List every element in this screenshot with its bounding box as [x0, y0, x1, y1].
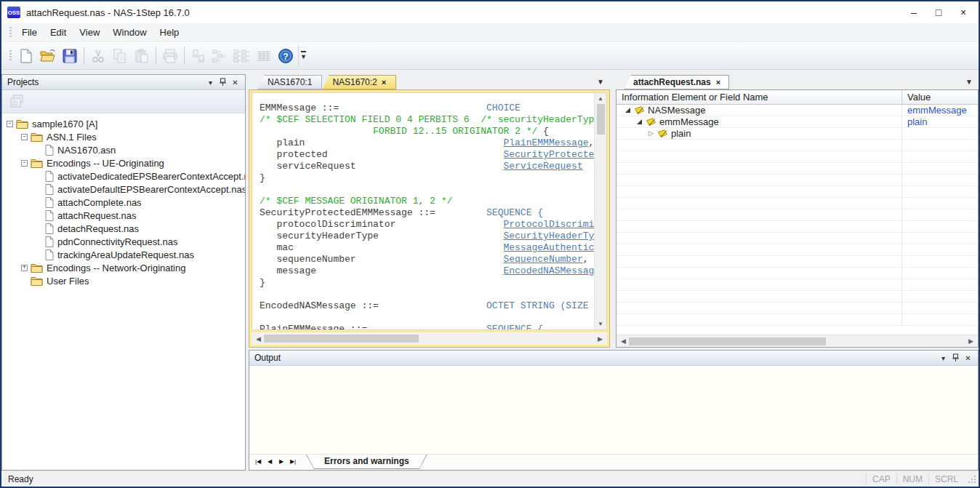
- paste-button[interactable]: [131, 45, 153, 67]
- projects-menu-chevron-icon[interactable]: ▾: [204, 76, 217, 88]
- single-step-button[interactable]: [188, 45, 209, 67]
- scroll-left-icon[interactable]: ◀: [618, 337, 629, 345]
- projects-pin-icon[interactable]: [217, 76, 229, 88]
- resize-grip-icon[interactable]: [967, 474, 977, 484]
- tree-item[interactable]: +Encodings -- Network-Originating: [2, 261, 245, 274]
- tree-item[interactable]: -sample1670 [A]: [2, 117, 245, 130]
- menu-file[interactable]: File: [15, 24, 44, 41]
- tree-item[interactable]: User Files: [2, 274, 245, 287]
- code-area[interactable]: EMMMessage ::= CHOICE/* $CEF SELECTION F…: [252, 93, 594, 329]
- toolbar-separator: [84, 47, 84, 65]
- tree-item[interactable]: attachRequest.nas: [2, 209, 245, 222]
- minimize-button[interactable]: –: [901, 3, 926, 22]
- project-properties-button[interactable]: [7, 91, 29, 113]
- field-row[interactable]: emmMessageplain: [616, 116, 978, 128]
- menu-view[interactable]: View: [73, 24, 106, 41]
- scroll-left-icon[interactable]: ◀: [253, 335, 264, 343]
- scroll-up-icon[interactable]: ▲: [598, 93, 603, 104]
- collapse-icon[interactable]: -: [7, 121, 13, 127]
- toolbar-overflow-button[interactable]: ▼: [298, 45, 308, 67]
- fields-horizontal-scrollbar[interactable]: ◀ ▶: [616, 335, 978, 347]
- code-line: message EncodedNASMessage: [260, 265, 594, 277]
- type-link[interactable]: SecurityHeaderTypeSP: [503, 231, 594, 241]
- collapse-triangle-icon[interactable]: [637, 119, 642, 124]
- toolbar-grip[interactable]: [9, 50, 12, 62]
- first-tab-button[interactable]: |◀: [252, 455, 264, 468]
- type-link[interactable]: ServiceRequest: [503, 161, 582, 172]
- menu-window[interactable]: Window: [106, 24, 153, 41]
- editor-tabs-chevron-icon[interactable]: ▼: [597, 78, 604, 86]
- scroll-down-icon[interactable]: ▼: [598, 319, 603, 329]
- type-link[interactable]: PlainEMMMessage: [503, 137, 588, 148]
- scroll-thumb[interactable]: [597, 104, 605, 135]
- expand-icon[interactable]: +: [21, 265, 28, 271]
- editor-vertical-scrollbar[interactable]: ▲ ▼: [594, 93, 606, 329]
- close-button[interactable]: ×: [951, 3, 976, 22]
- output-close-icon[interactable]: ✕: [962, 352, 974, 364]
- type-link[interactable]: SecurityProtectedEMMMessage: [503, 149, 594, 160]
- output-menu-chevron-icon[interactable]: ▾: [937, 352, 949, 364]
- tab-nas1670-1[interactable]: NAS1670:1: [257, 75, 322, 89]
- tree-item[interactable]: detachRequest.nas: [2, 222, 245, 235]
- menu-grip[interactable]: [9, 27, 12, 39]
- maximize-button[interactable]: □: [926, 3, 951, 22]
- column-header-name[interactable]: Information Element or Field Name: [616, 90, 902, 104]
- value-table-button[interactable]: [253, 45, 275, 67]
- save-button[interactable]: [59, 45, 81, 67]
- cut-button[interactable]: [87, 45, 109, 67]
- field-row[interactable]: NASMessageemmMessage: [616, 105, 978, 116]
- tab-close-icon[interactable]: ×: [716, 78, 720, 87]
- tree-item[interactable]: -Encodings -- UE-Originating: [2, 156, 245, 169]
- new-file-button[interactable]: [15, 45, 37, 67]
- copy-button[interactable]: [109, 45, 131, 67]
- tree-item[interactable]: NAS1670.asn: [2, 143, 245, 156]
- tab-nas1670-2[interactable]: NAS1670:2 ×: [322, 75, 396, 89]
- type-link[interactable]: EncodedNASMessage: [503, 265, 594, 276]
- open-file-button[interactable]: [37, 45, 59, 67]
- menu-help[interactable]: Help: [153, 24, 186, 41]
- code-line: EncodedNASMessage ::= OCTET STRING (SIZE…: [260, 300, 594, 312]
- tree-item[interactable]: attachComplete.nas: [2, 196, 245, 209]
- projects-close-icon[interactable]: ✕: [229, 76, 241, 88]
- field-row[interactable]: ▷plain: [616, 128, 978, 140]
- previous-tab-button[interactable]: ◀: [264, 455, 276, 468]
- scroll-thumb[interactable]: [629, 337, 826, 345]
- next-tab-button[interactable]: ▶: [276, 455, 287, 468]
- tab-attachrequest-nas[interactable]: attachRequest.nas ×: [624, 75, 729, 89]
- tree-item[interactable]: activateDedicatedEPSBearerContextAccept.…: [2, 169, 245, 183]
- app-logo-icon: OSS: [7, 7, 20, 18]
- last-tab-button[interactable]: ▶|: [287, 455, 299, 468]
- document-area: NAS1670:1 NAS1670:2 × ▼ EMMMessage ::= C…: [249, 74, 979, 348]
- decode-tree-button[interactable]: [209, 45, 231, 67]
- collapse-icon[interactable]: -: [21, 160, 28, 167]
- column-header-value[interactable]: Value: [902, 90, 978, 104]
- type-link[interactable]: ProtocolDiscriminator: [503, 219, 594, 230]
- expand-triangle-icon[interactable]: ▷: [648, 130, 654, 137]
- collapse-icon[interactable]: -: [21, 134, 28, 140]
- scroll-right-icon[interactable]: ▶: [595, 335, 606, 343]
- tree-item[interactable]: trackingAreaUpdateRequest.nas: [2, 248, 245, 261]
- tree-item[interactable]: pdnConnectivityRequest.nas: [2, 235, 245, 248]
- projects-panel: Projects ▾ ✕ -sample1670 [A]-ASN.1 Files…: [1, 74, 246, 471]
- editor-horizontal-scrollbar[interactable]: ◀ ▶: [252, 332, 607, 345]
- collapse-triangle-icon[interactable]: [625, 108, 630, 113]
- file-icon: [45, 249, 54, 260]
- type-link[interactable]: SequenceNumber: [503, 254, 582, 265]
- encode-tree-button[interactable]: [231, 45, 253, 67]
- code-line: serviceRequest ServiceRequest: [260, 161, 594, 172]
- tree-item[interactable]: -ASN.1 Files: [2, 130, 245, 143]
- type-link[interactable]: MessageAuthenticationCode: [503, 242, 594, 253]
- help-button[interactable]: ?: [275, 45, 297, 67]
- output-pin-icon[interactable]: [949, 352, 962, 364]
- code-keyword: OCTET STRING (SIZE (1..2048)): [486, 300, 594, 311]
- editor-frame: EMMMessage ::= CHOICE/* $CEF SELECTION F…: [249, 89, 610, 348]
- tab-close-icon[interactable]: ×: [382, 78, 386, 87]
- fields-tabs-chevron-icon[interactable]: ▼: [965, 78, 973, 86]
- menu-edit[interactable]: Edit: [44, 24, 73, 41]
- scroll-right-icon[interactable]: ▶: [965, 337, 976, 345]
- tab-errors-and-warnings[interactable]: Errors and warnings: [307, 455, 427, 468]
- scroll-thumb[interactable]: [264, 335, 419, 343]
- app-window: OSS attachRequest.nas - NAS-1Step 16.7.0…: [0, 0, 980, 488]
- print-button[interactable]: [159, 45, 181, 67]
- tree-item[interactable]: activateDefaultEPSBearerContextAccept.na…: [2, 183, 245, 196]
